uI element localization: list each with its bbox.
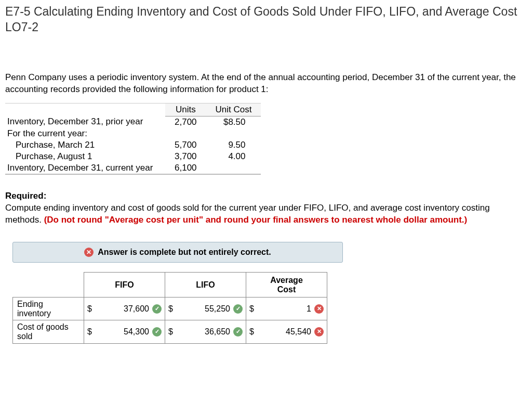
dollar-sign: $ [87,327,95,337]
col-lifo: LIFO [165,272,246,297]
feedback-text: Answer is complete but not entirely corr… [98,248,271,257]
table-row: Inventory, December 31, prior year 2,700… [5,116,261,128]
dollar-sign: $ [168,327,176,337]
dollar-sign: $ [87,304,95,314]
page-title: E7-5 Calculating Ending Inventory and Co… [5,4,527,35]
check-icon: ✓ [233,304,243,314]
intro-text: Penn Company uses a periodic inventory s… [5,72,527,96]
table-row: Inventory, December 31, current year 6,1… [5,162,261,174]
dollar-sign: $ [249,327,257,337]
dollar-sign: $ [168,304,176,314]
answer-table: FIFO LIFO AverageCost Endinginventory $ … [12,272,327,344]
required-note: (Do not round "Average cost per unit" an… [44,215,468,225]
answer-input[interactable]: 37,600 [95,304,152,314]
check-icon: ✓ [152,327,162,337]
col-unit-cost: Unit Cost [206,103,261,116]
table-row: Purchase, August 1 3,700 4.00 [5,151,261,162]
empty-corner [13,272,84,297]
cross-icon: ✕ [314,327,324,337]
answer-input[interactable]: 36,650 [176,327,233,337]
required-label: Required: [5,191,46,201]
table-row: Cost of goodssold $ 54,300 ✓ $ 36,650 ✓ … [13,320,327,343]
table-row: Purchase, March 21 5,700 9.50 [5,139,261,151]
row-label: Endinginventory [13,297,84,320]
col-units: Units [165,103,206,116]
table-row: For the current year: [5,128,261,139]
col-fifo: FIFO [84,272,165,297]
answer-input[interactable]: 1 [257,304,314,314]
cross-icon: ✕ [84,248,94,257]
answer-input[interactable]: 45,540 [257,327,314,337]
answer-input[interactable]: 55,250 [176,304,233,314]
info-table: Units Unit Cost Inventory, December 31, … [5,103,261,175]
row-label: Cost of goodssold [13,320,84,343]
table-row: Endinginventory $ 37,600 ✓ $ 55,250 ✓ $ … [13,297,327,320]
cross-icon: ✕ [314,304,324,314]
check-icon: ✓ [152,304,162,314]
required-block: Required: Compute ending inventory and c… [5,190,527,226]
col-avg: AverageCost [246,272,327,297]
check-icon: ✓ [233,327,243,337]
answer-input[interactable]: 54,300 [95,327,152,337]
dollar-sign: $ [249,304,257,314]
feedback-bar: ✕ Answer is complete but not entirely co… [12,242,343,263]
